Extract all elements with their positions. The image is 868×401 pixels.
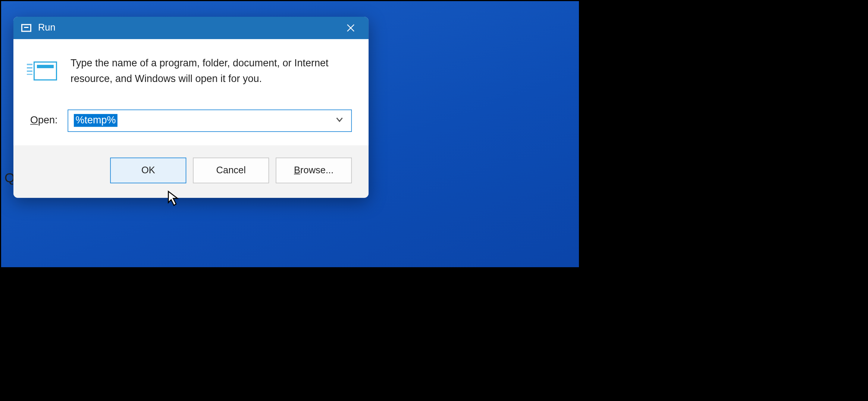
run-icon <box>21 24 31 32</box>
browse-button[interactable]: Browse... <box>276 158 352 183</box>
open-label: Open: <box>30 115 58 126</box>
run-dialog-icon <box>30 58 58 84</box>
open-input[interactable]: %temp% <box>68 110 352 132</box>
open-input-value: %temp% <box>74 114 117 127</box>
cancel-button[interactable]: Cancel <box>193 158 269 183</box>
button-row: OK Cancel Browse... <box>13 145 369 198</box>
close-button[interactable] <box>341 18 361 38</box>
close-icon <box>346 23 355 32</box>
run-dialog: Run Type the name of a program, folder, … <box>13 17 369 198</box>
ok-button[interactable]: OK <box>110 158 186 183</box>
titlebar[interactable]: Run <box>13 17 369 39</box>
dropdown-button[interactable] <box>336 116 344 126</box>
dialog-description: Type the name of a program, folder, docu… <box>70 56 352 87</box>
chevron-down-icon <box>336 116 344 123</box>
desktop[interactable]: Q Run Type the name of a program, folder… <box>0 0 579 267</box>
window-title: Run <box>38 22 56 34</box>
